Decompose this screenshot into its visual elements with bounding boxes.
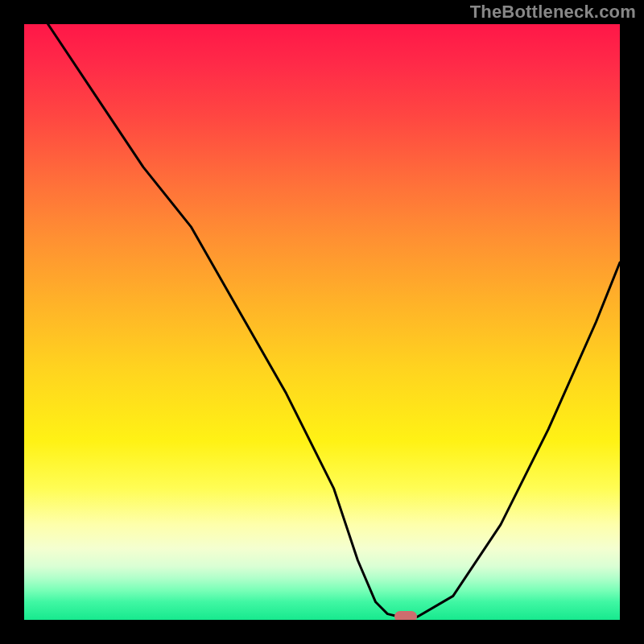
watermark-text: TheBottleneck.com bbox=[470, 2, 636, 23]
plot-area bbox=[24, 24, 620, 620]
bottleneck-curve bbox=[24, 24, 620, 620]
optimal-point-marker bbox=[394, 611, 417, 620]
chart-frame: TheBottleneck.com bbox=[0, 0, 644, 644]
